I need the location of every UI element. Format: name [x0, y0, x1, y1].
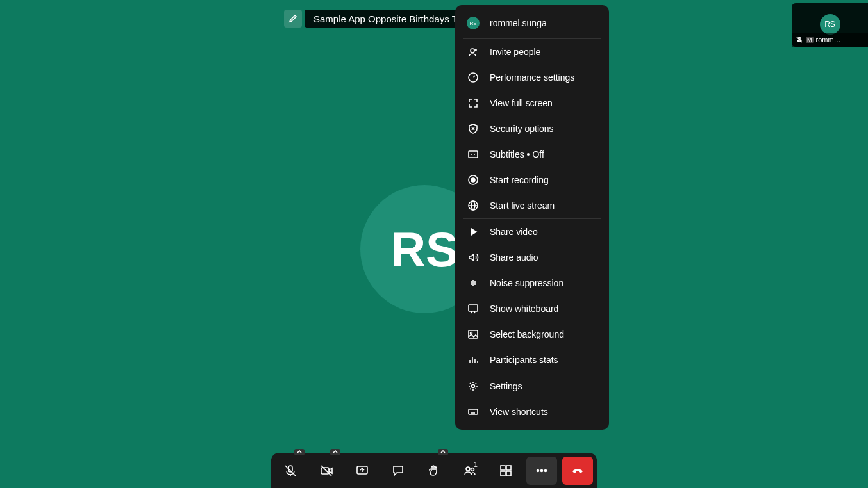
svg-point-21	[541, 469, 543, 471]
svg-rect-2	[469, 151, 478, 158]
chat-button[interactable]	[383, 457, 413, 485]
image-icon	[467, 328, 480, 341]
more-button[interactable]	[526, 457, 557, 485]
menu-item-label: Show whiteboard	[490, 304, 558, 314]
play-icon	[467, 225, 480, 238]
svg-rect-17	[506, 466, 511, 470]
raise-hand-button[interactable]	[419, 457, 449, 485]
chat-icon	[391, 464, 405, 478]
svg-point-14	[466, 467, 470, 471]
menu-item-label: Share video	[490, 227, 538, 237]
menu-item-label: Share audio	[490, 252, 538, 263]
camera-options-chevron[interactable]	[330, 449, 340, 455]
self-view-bar: M romm…	[792, 33, 868, 47]
cc-icon	[467, 148, 480, 161]
menu-show-whiteboard[interactable]: Show whiteboard	[455, 296, 609, 321]
menu-item-label: Performance settings	[490, 72, 574, 83]
user-name: rommel.sunga	[490, 18, 547, 28]
shield-x-icon	[467, 122, 480, 135]
title-bar: Sample App Opposite Birthdays T	[284, 10, 467, 28]
more-menu: RS rommel.sunga Invite people Performanc…	[455, 5, 609, 430]
svg-point-22	[545, 469, 547, 471]
menu-invite-people[interactable]: Invite people	[455, 39, 609, 65]
participant-count-badge: 1	[471, 460, 480, 469]
tile-view-button[interactable]	[490, 457, 521, 485]
self-avatar: RS	[820, 14, 840, 35]
menu-item-label: Settings	[490, 381, 522, 391]
menu-item-label: Start recording	[490, 175, 549, 185]
menu-share-audio[interactable]: Share audio	[455, 245, 609, 270]
hangup-icon	[571, 464, 585, 478]
menu-noise-suppression[interactable]: Noise suppression	[455, 270, 609, 296]
mic-options-chevron[interactable]	[294, 449, 305, 455]
grid-icon	[499, 464, 513, 478]
reactions-chevron[interactable]	[438, 449, 448, 455]
menu-share-video[interactable]: Share video	[455, 219, 609, 245]
mic-muted-icon	[796, 36, 803, 44]
menu-start-live-stream[interactable]: Start live stream	[455, 193, 609, 218]
menu-view-shortcuts[interactable]: View shortcuts	[455, 399, 609, 425]
menu-participants-stats[interactable]: Participants stats	[455, 347, 609, 373]
menu-item-label: Security options	[490, 124, 554, 134]
svg-point-9	[472, 385, 475, 388]
mic-button[interactable]	[275, 457, 306, 485]
bar-chart-icon	[467, 354, 480, 366]
more-horizontal-icon	[535, 464, 549, 478]
gauge-icon	[467, 71, 480, 84]
svg-point-20	[537, 469, 539, 471]
svg-rect-7	[469, 330, 478, 338]
participants-button[interactable]: 1	[455, 457, 485, 485]
menu-user-header[interactable]: RS rommel.sunga	[455, 10, 609, 38]
svg-point-0	[471, 49, 474, 53]
menu-select-background[interactable]: Select background	[455, 321, 609, 347]
menu-start-recording[interactable]: Start recording	[455, 167, 609, 193]
edit-title-button[interactable]	[284, 10, 302, 28]
menu-item-label: View full screen	[490, 98, 553, 108]
self-view-tile[interactable]: RS M romm…	[792, 3, 868, 47]
whiteboard-icon	[467, 302, 480, 315]
camera-button[interactable]	[311, 457, 342, 485]
menu-view-full-screen[interactable]: View full screen	[455, 90, 609, 116]
globe-icon	[467, 199, 480, 212]
meeting-title: Sample App Opposite Birthdays T	[305, 10, 467, 28]
menu-subtitles[interactable]: Subtitles • Off	[455, 142, 609, 167]
waveform-icon	[467, 277, 480, 289]
pencil-icon	[288, 14, 297, 23]
svg-rect-16	[501, 466, 505, 470]
menu-item-label: Participants stats	[490, 355, 558, 365]
self-name: romm…	[816, 36, 841, 44]
speaker-icon	[467, 251, 480, 264]
call-toolbar: 1	[271, 453, 597, 488]
mic-muted-icon	[283, 464, 297, 478]
keyboard-icon	[467, 405, 480, 418]
svg-rect-18	[501, 471, 505, 476]
share-screen-icon	[355, 464, 369, 478]
gear-icon	[467, 380, 480, 393]
share-screen-button[interactable]	[347, 457, 378, 485]
svg-point-4	[471, 178, 475, 182]
svg-rect-19	[506, 471, 511, 476]
user-avatar-small: RS	[467, 17, 480, 29]
person-plus-icon	[467, 45, 480, 58]
menu-item-label: Select background	[490, 329, 564, 339]
svg-rect-12	[321, 468, 329, 474]
record-icon	[467, 174, 480, 186]
svg-rect-6	[469, 305, 478, 311]
menu-item-label: Noise suppression	[490, 278, 563, 288]
menu-performance-settings[interactable]: Performance settings	[455, 65, 609, 90]
camera-off-icon	[319, 464, 333, 478]
menu-item-label: Subtitles • Off	[490, 149, 544, 159]
menu-item-label: Invite people	[490, 47, 540, 57]
menu-item-label: Start live stream	[490, 200, 555, 211]
leave-call-button[interactable]	[562, 457, 593, 485]
moderator-badge: M	[806, 37, 814, 43]
hand-icon	[427, 464, 441, 478]
menu-item-label: View shortcuts	[490, 407, 548, 417]
menu-settings[interactable]: Settings	[455, 373, 609, 399]
menu-security-options[interactable]: Security options	[455, 116, 609, 142]
fullscreen-icon	[467, 97, 480, 110]
